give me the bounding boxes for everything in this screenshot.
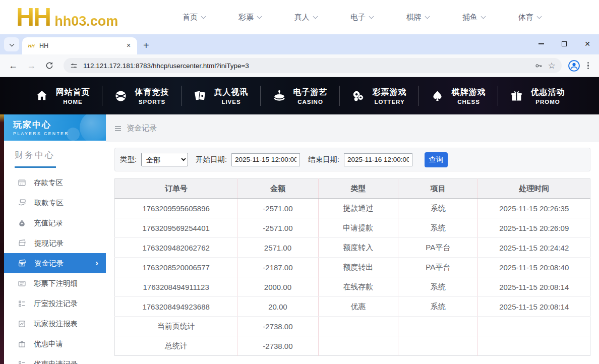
cell-order-no: 1763209569254401 [115,218,237,238]
funds-table: 订单号 金额 类型 项目 处理时间 1763209595605896 [114,178,590,356]
cell-project: PA平台 [398,258,478,277]
nav-lottery[interactable]: 彩票游戏LOTTERY [339,84,418,107]
nav-en-label: CHESS [452,99,486,105]
nav-zh-label: 彩票游戏 [373,87,407,98]
top-nav-fishing[interactable]: 捕鱼 [462,8,485,27]
chevron-down-icon [425,14,430,19]
sidebar-item-funds-records[interactable]: 资金记录› [4,253,106,273]
sidebar-item-promo-apply[interactable]: 优惠申请› [4,334,106,354]
sidebar-item-promo-apply-records[interactable]: 优惠申请记录› [4,354,106,364]
section-underline [15,166,56,168]
sidebar-item-bet-report[interactable]: 玩家投注报表› [4,314,106,334]
table-row: 1763209595605896 -2571.00 提款通过 系统 2025-1… [115,199,590,218]
cell-order-no: 总统计 [115,336,237,356]
table-header-row: 订单号 金额 类型 项目 处理时间 [115,179,590,199]
chevron-down-icon [9,41,14,46]
cell-type: 额度转入 [318,238,398,258]
content-area: 玩家中心 PLAYERS CENTER 财务中心 存款专区› 取款专区› [0,114,599,364]
cell-type: 在线存款 [318,277,398,297]
cell-amount: -2571.00 [237,218,318,238]
cell-type: 提款通过 [318,199,398,218]
table-row: 1763209482062762 2571.00 额度转入 PA平台 2025-… [115,238,590,258]
browser-tab[interactable]: HH HH × [22,37,137,54]
sidebar-item-label: 优惠申请 [34,339,63,349]
tab-close-icon[interactable]: × [124,41,133,50]
sidebar-item-withdraw[interactable]: 取款专区› [4,193,106,213]
top-nav-lottery[interactable]: 彩票 [238,8,261,27]
sidebar-item-lottery-bet-details[interactable]: 彩票下注明细› [4,273,106,293]
top-nav-chess[interactable]: 棋牌 [406,8,429,27]
minimize-button[interactable] [529,34,553,53]
top-nav-label: 真人 [294,13,310,22]
profile-avatar-icon[interactable] [568,59,580,72]
cell-time: 2025-11-15 20:24:42 [478,238,590,258]
start-date-label: 开始日期: [196,155,227,164]
search-button[interactable]: 查询 [425,152,448,167]
nav-lives[interactable]: 真人视讯LIVES [181,84,260,107]
reload-icon [45,61,54,70]
nav-promo[interactable]: 优惠活动PROMO [498,84,577,107]
cell-order-no: 当前页统计 [115,317,237,336]
tab-search-button[interactable] [4,37,19,51]
nav-home[interactable]: 网站首页HOME [23,84,102,107]
nav-zh-label: 电子游艺 [293,87,328,98]
deposit-card-icon [18,178,26,187]
player-center-sidebar: 玩家中心 PLAYERS CENTER 财务中心 存款专区› 取款专区› [4,114,106,364]
browser-menu-icon[interactable] [582,60,594,72]
back-button[interactable]: ← [5,57,21,74]
site-logo[interactable]: HH hh03.com [16,3,157,32]
top-nav-label: 首页 [183,13,198,22]
top-nav-label: 彩票 [238,13,254,22]
hall-bets-icon [18,299,26,308]
end-date-input[interactable] [344,153,412,166]
new-tab-button[interactable]: + [143,41,149,50]
browser-toolbar: ← → 112.121.172.181:8783/hhcp/usercenter… [0,54,599,77]
forward-button[interactable]: → [23,57,39,74]
top-nav-electronic[interactable]: 电子 [350,8,373,27]
start-date-input[interactable] [231,153,300,166]
promo-record-icon [18,360,26,364]
breadcrumb: 资金记录 [106,114,599,142]
cell-time: 2025-11-15 20:08:14 [478,277,590,297]
address-bar[interactable]: 112.121.172.181:8783/hhcp/usercenter.htm… [64,58,562,73]
recharge-moneybag-icon [18,219,26,227]
top-nav-label: 电子 [350,13,366,22]
top-nav-sports[interactable]: 体育 [518,8,541,27]
playing-cards-icon [193,88,208,103]
site-info-tune-icon[interactable] [70,62,78,70]
type-filter-label: 类型: [120,155,137,164]
chevron-down-icon [201,14,206,19]
cell-project: 系统 [398,297,478,317]
breadcrumb-label: 资金记录 [127,124,157,133]
password-key-icon[interactable] [534,62,543,70]
nav-chess[interactable]: 棋牌游戏CHESS [418,84,498,107]
top-nav-live[interactable]: 真人 [294,8,317,27]
sidebar-item-hall-bet-records[interactable]: 厅室投注记录› [4,293,106,314]
type-select[interactable]: 全部 [141,153,188,166]
table-row: 1763208520006577 -2187.00 额度转出 PA平台 2025… [115,258,590,277]
maximize-button[interactable] [553,34,576,53]
reload-button[interactable] [41,57,57,74]
nav-sports[interactable]: 体育竞技SPORTS [102,84,181,107]
sidebar-item-recharge-records[interactable]: 充值记录› [4,213,106,233]
sidebar-item-label: 取款专区 [34,198,64,208]
nav-casino[interactable]: 电子游艺CASINO [260,84,339,107]
url-text[interactable]: 112.121.172.181:8783/hhcp/usercenter.htm… [83,62,529,70]
cell-order-no: 1763208520006577 [115,258,237,277]
minimize-icon [538,43,544,44]
top-nav-home[interactable]: 首页 [183,8,205,27]
sidebar-item-withdrawal-records[interactable]: 提现记录› [4,233,106,253]
bookmark-star-icon[interactable]: ☆ [548,60,556,71]
tab-favicon: HH [27,42,35,50]
close-window-button[interactable]: ✕ [576,34,599,53]
col-header-amount: 金额 [237,179,318,199]
sidebar-item-label: 提现记录 [34,238,64,248]
sidebar-item-deposit[interactable]: 存款专区› [4,172,106,193]
cell-order-no: 1763209482062762 [115,238,237,258]
nav-en-label: CASINO [293,99,328,105]
funds-record-icon [18,259,27,268]
cell-project: 系统 [398,199,478,218]
cell-order-no: 1763208494911123 [115,277,237,297]
cell-type: 额度转出 [318,258,398,277]
col-header-order-no: 订单号 [115,179,237,199]
